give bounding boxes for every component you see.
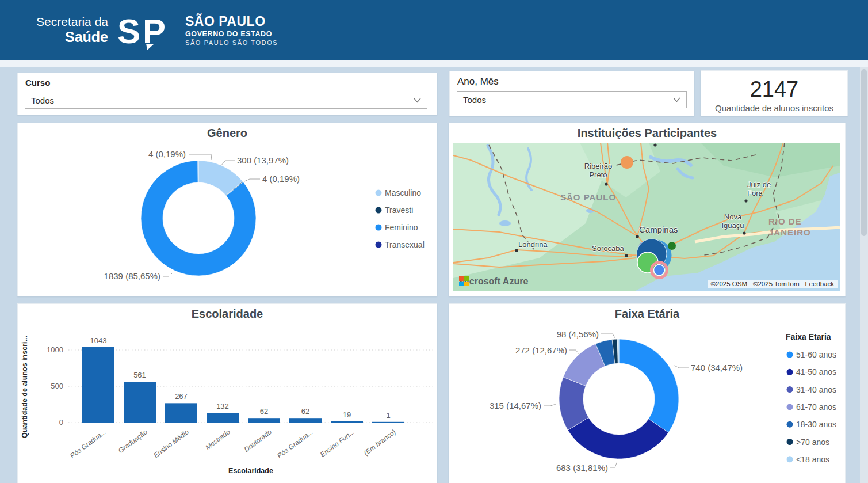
faixa-etaria-chart-title: Faixa Etária bbox=[449, 307, 845, 321]
svg-text:1839 (85,65%): 1839 (85,65%) bbox=[104, 271, 160, 281]
svg-text:41-50 anos: 41-50 anos bbox=[796, 367, 836, 376]
map-city-londrina: Londrina bbox=[518, 241, 548, 249]
svg-text:S: S bbox=[117, 12, 140, 51]
kpi-value: 2147 bbox=[701, 78, 847, 102]
svg-text:>70 anos: >70 anos bbox=[796, 438, 829, 447]
svg-text:4 (0,19%): 4 (0,19%) bbox=[262, 174, 300, 184]
ano-mes-filter-value: Todos bbox=[463, 95, 486, 105]
genero-donut-chart[interactable]: 300 (13,97%)4 (0,19%)1839 (85,65%)4 (0,1… bbox=[18, 142, 437, 296]
svg-text:267: 267 bbox=[175, 392, 188, 401]
svg-text:Travesti: Travesti bbox=[385, 206, 413, 215]
map-city-campinas: Campinas bbox=[639, 225, 678, 234]
svg-text:4 (0,19%): 4 (0,19%) bbox=[148, 149, 186, 159]
svg-text:Mestrado: Mestrado bbox=[204, 428, 232, 451]
gov-line1: SÃO PAULO bbox=[185, 14, 278, 30]
svg-text:(Em branco): (Em branco) bbox=[362, 428, 397, 457]
microsoft-icon bbox=[459, 276, 469, 286]
svg-text:62: 62 bbox=[301, 407, 309, 416]
kpi-caption: Quantidade de alunos inscritos bbox=[701, 103, 847, 113]
svg-text:300 (13,97%): 300 (13,97%) bbox=[237, 155, 289, 165]
svg-text:18-30 anos: 18-30 anos bbox=[796, 420, 836, 429]
curso-filter-card: Curso Todos bbox=[17, 73, 437, 115]
vertical-scrollbar[interactable] bbox=[860, 67, 868, 483]
ano-mes-filter-dropdown[interactable]: Todos bbox=[457, 91, 687, 108]
sp-logo-icon: S P bbox=[117, 10, 177, 51]
svg-text:1: 1 bbox=[386, 411, 390, 420]
svg-text:<18 anos: <18 anos bbox=[796, 455, 829, 464]
osm-credit: ©2025 OSM bbox=[711, 280, 747, 287]
map-bubble-darkgreen[interactable] bbox=[668, 242, 676, 250]
faixa-etaria-donut-chart[interactable]: 740 (34,47%)683 (31,81%)315 (14,67%)272 … bbox=[449, 322, 845, 483]
svg-text:0: 0 bbox=[59, 418, 63, 427]
gov-line3: SÃO PAULO SÃO TODOS bbox=[185, 39, 278, 47]
svg-text:315 (14,67%): 315 (14,67%) bbox=[490, 401, 541, 410]
org-title: Secretaria da Saúde bbox=[21, 15, 108, 45]
chevron-down-icon bbox=[673, 97, 680, 102]
svg-text:Doutorado: Doutorado bbox=[243, 428, 273, 454]
curso-filter-value: Todos bbox=[31, 96, 54, 105]
map-city-nova-iguacu: Nova Iguaçu bbox=[720, 213, 745, 230]
azure-label: Microsoft Azure bbox=[459, 276, 528, 287]
svg-text:61-70 anos: 61-70 anos bbox=[796, 402, 836, 412]
org-line2: Saúde bbox=[21, 29, 108, 45]
ano-mes-filter-label: Ano, Mês bbox=[457, 76, 499, 88]
svg-text:19: 19 bbox=[343, 410, 351, 419]
map-attribution: ©2025 OSM ©2025 TomTom Feedback bbox=[708, 280, 838, 288]
map-city-ribeirao-preto: Ribeirão Preto bbox=[584, 162, 613, 180]
svg-text:Escolaridade: Escolaridade bbox=[228, 467, 273, 475]
svg-text:683 (31,81%): 683 (31,81%) bbox=[556, 463, 608, 473]
curso-filter-dropdown[interactable]: Todos bbox=[25, 92, 427, 109]
svg-text:1043: 1043 bbox=[90, 336, 107, 345]
escolaridade-chart-title: Escolaridade bbox=[18, 307, 437, 321]
header-divider bbox=[0, 60, 868, 67]
genero-chart-card: Gênero 300 (13,97%)4 (0,19%)1839 (85,65%… bbox=[17, 123, 437, 296]
svg-text:62: 62 bbox=[260, 407, 268, 416]
faixa-etaria-chart-card: Faixa Etária 740 (34,47%)683 (31,81%)315… bbox=[449, 303, 846, 483]
svg-text:Graduação: Graduação bbox=[117, 428, 149, 455]
map-bubble-ribeirao[interactable] bbox=[621, 156, 633, 169]
svg-text:Feminino: Feminino bbox=[385, 223, 418, 232]
azure-logo: Microsoft Azure bbox=[459, 276, 528, 287]
svg-text:272 (12,67%): 272 (12,67%) bbox=[515, 345, 567, 355]
map-title: Instituições Participantes bbox=[449, 127, 845, 140]
svg-text:98 (4,56%): 98 (4,56%) bbox=[557, 329, 599, 339]
scrollbar-thumb[interactable] bbox=[861, 69, 867, 236]
svg-text:740 (34,47%): 740 (34,47%) bbox=[691, 363, 743, 372]
genero-chart-title: Gênero bbox=[18, 127, 437, 140]
svg-text:Transexual: Transexual bbox=[385, 240, 425, 249]
app-header: Secretaria da Saúde S P SÃO PAULO GOVERN… bbox=[0, 0, 868, 60]
svg-text:Quantidade de alunos inscri...: Quantidade de alunos inscri... bbox=[21, 336, 29, 438]
curso-filter-label: Curso bbox=[25, 78, 50, 88]
svg-text:51-60 anos: 51-60 anos bbox=[796, 350, 836, 359]
map-state-sao-paulo: SÃO PAULO bbox=[560, 192, 616, 203]
map-card: Instituições Participantes bbox=[449, 123, 846, 296]
svg-text:Faixa Etaria: Faixa Etaria bbox=[786, 332, 831, 341]
svg-text:561: 561 bbox=[133, 371, 146, 379]
svg-text:31-40 anos: 31-40 anos bbox=[796, 385, 836, 394]
sp-logo: S P bbox=[117, 10, 177, 51]
chevron-down-icon bbox=[414, 98, 421, 103]
svg-text:Pós Gradua...: Pós Gradua... bbox=[68, 428, 108, 460]
svg-text:132: 132 bbox=[216, 402, 229, 410]
map-city-juiz-de-fora: Juiz de Fora bbox=[747, 181, 771, 198]
map-canvas[interactable]: SÃO PAULO RIO DE JANEIRO Ribeirão Preto … bbox=[453, 143, 840, 291]
svg-text:Pós Gradua...: Pós Gradua... bbox=[276, 428, 315, 460]
org-line1: Secretaria da bbox=[21, 15, 108, 29]
gov-line2: GOVERNO DO ESTADO bbox=[185, 30, 278, 39]
ano-mes-filter-card: Ano, Mês Todos bbox=[449, 71, 694, 116]
tomtom-credit: ©2025 TomTom bbox=[753, 280, 800, 287]
svg-text:1000: 1000 bbox=[47, 345, 63, 354]
svg-text:500: 500 bbox=[51, 382, 63, 390]
map-state-rio-de-janeiro: RIO DE JANEIRO bbox=[768, 216, 811, 238]
svg-text:Ensino Médio: Ensino Médio bbox=[152, 428, 190, 459]
svg-text:P: P bbox=[143, 12, 166, 51]
escolaridade-chart-card: Escolaridade 050010001043Pós Gradua...56… bbox=[17, 303, 437, 483]
svg-text:Ensino Fun...: Ensino Fun... bbox=[319, 428, 356, 459]
map-city-sorocaba: Sorocaba bbox=[592, 245, 624, 253]
gov-title: SÃO PAULO GOVERNO DO ESTADO SÃO PAULO SÃ… bbox=[185, 14, 278, 47]
svg-text:Masculino: Masculino bbox=[385, 188, 421, 197]
escolaridade-bar-chart[interactable]: 050010001043Pós Gradua...561Graduação267… bbox=[18, 320, 437, 483]
kpi-card: 2147 Quantidade de alunos inscritos bbox=[701, 70, 848, 116]
feedback-link[interactable]: Feedback bbox=[805, 280, 834, 287]
